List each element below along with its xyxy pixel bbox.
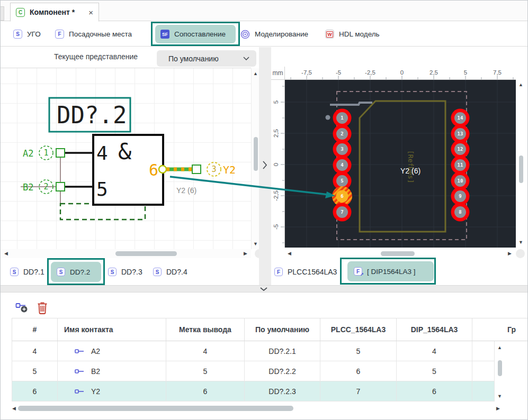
pin-y2-pad[interactable] [192, 165, 201, 174]
panel-splitter[interactable] [259, 47, 271, 285]
svg-text:5: 5 [273, 101, 279, 104]
col-group[interactable]: Гр [472, 318, 528, 341]
document-tab-component[interactable]: C Компонент * × [10, 3, 99, 22]
scroll-left-icon[interactable]: ◀ [12, 406, 16, 411]
col-pin-label[interactable]: Метка вывода [166, 318, 245, 341]
pin-a2-pad[interactable] [56, 149, 65, 157]
footprint-tab-dip-active[interactable]: F ➚ [ DIP1564LA3 ] [347, 261, 434, 281]
tab-hdl-label: HDL модель [339, 30, 380, 38]
delete-contact-icon[interactable] [37, 301, 48, 314]
right-h-scroll-thumb[interactable] [381, 251, 415, 256]
table-row-selected[interactable]: 6 Y2 6 DD?.2.3 7 6 [12, 381, 495, 401]
col-dip[interactable]: DIP_1564LA3 [397, 318, 472, 341]
pin-table-header: # Имя контакта Метка вывода По умолчанию… [12, 318, 528, 341]
net-label: Y2 (6) [176, 186, 196, 195]
previous-tab-stub[interactable] [1, 6, 4, 21]
scroll-left-icon[interactable]: ◀ [288, 251, 291, 256]
document-tab-bar: C Компонент * × [1, 1, 528, 21]
col-contact-name[interactable]: Имя контакта [58, 318, 166, 341]
scroll-right-icon[interactable]: ▶ [244, 251, 247, 256]
symbol-tab-dd3[interactable]: S DD?.3 [108, 264, 142, 280]
col-plcc[interactable]: PLCC_1564LA3 [320, 318, 397, 341]
chevron-down-icon [243, 57, 249, 60]
pad-column-left[interactable]: 1 2 3 4 5 6 7 [332, 109, 352, 222]
svg-text:9: 9 [459, 194, 461, 199]
pin1-dot [326, 115, 330, 120]
right-horizontal-scrollbar[interactable]: ◀ ▶ [285, 249, 516, 258]
tab-mapping[interactable]: SF Сопоставление [155, 25, 236, 43]
svg-text:2,5: 2,5 [273, 129, 279, 138]
footprint-tab-plcc[interactable]: F PLCC1564LA3 [274, 264, 337, 280]
arrow-up-right-icon: ➚ [360, 272, 364, 277]
pin-icon [75, 388, 84, 395]
left-v-scroll-thumb[interactable] [254, 137, 258, 171]
pin6-endpoint[interactable] [159, 166, 166, 173]
tab-hdl[interactable]: W HDL модель [325, 25, 380, 43]
mapping-icon: SF [160, 30, 169, 39]
scroll-down-icon[interactable]: ▼ [518, 240, 523, 245]
tab-mapping-label: Сопоставление [174, 30, 226, 38]
tab-ugo-label: УГО [27, 30, 41, 38]
scroll-corner-button[interactable] [516, 249, 525, 258]
table-vertical-scrollbar[interactable]: ▲ ▼ [495, 342, 504, 401]
hdl-icon: W [325, 30, 334, 39]
symbol-tab-dd1[interactable]: S DD?.1 [10, 264, 44, 280]
footprint-mapped-icon: F ➚ [354, 267, 362, 276]
view-dropdown[interactable]: По умолчанию [157, 50, 256, 67]
tab-footprints[interactable]: F Посадочные места [55, 25, 132, 43]
left-horizontal-scrollbar[interactable]: ◀ ▶ [1, 249, 251, 258]
svg-text:6: 6 [341, 194, 343, 199]
pad-tooltip: Y2 (6) [400, 167, 420, 175]
symbol-icon: S [10, 268, 19, 276]
svg-text:0: 0 [400, 69, 404, 76]
table-row[interactable]: 5 B2 5 DD?.2.2 6 5 [12, 361, 495, 381]
collapse-down-icon[interactable] [260, 287, 267, 291]
col-default[interactable]: По умолчанию [245, 318, 320, 341]
right-v-scroll-thumb[interactable] [519, 156, 523, 183]
footprint-canvas[interactable]: [RefDes] 1 2 3 4 5 6 7 14 13 12 11 10 9 [285, 80, 516, 248]
horizontal-ruler: -7,5 -5 -2,5 0 2,5 5 7,5 [285, 67, 516, 80]
scroll-right-icon[interactable]: ▶ [508, 251, 512, 256]
svg-text:1: 1 [341, 115, 343, 121]
svg-text:14: 14 [458, 115, 463, 121]
svg-text:7,5: 7,5 [493, 69, 502, 76]
component-editor-window: C Компонент * × S УГО F Посадочные места… [0, 0, 528, 420]
symbol-tab-dd4[interactable]: S DD?.4 [153, 264, 187, 280]
spiral-icon [240, 30, 250, 39]
scroll-up-icon[interactable]: ▲ [253, 71, 258, 76]
add-contact-icon[interactable] [15, 301, 28, 314]
designator-text: DD?.2 [57, 102, 127, 129]
table-v-scroll-thumb[interactable] [498, 360, 502, 376]
pin-y2-name: Y2 [223, 163, 236, 176]
scroll-up-icon[interactable]: ▲ [497, 345, 502, 350]
symbol-icon: S [13, 30, 22, 39]
scroll-left-icon[interactable]: ◀ [4, 251, 8, 256]
tab-simulation[interactable]: Моделирование [240, 25, 308, 43]
pin-table-body: 4 A2 4 DD?.2.1 5 4 5 B2 5 DD?.2.2 6 5 6 [12, 341, 495, 401]
left-h-scroll-thumb[interactable] [115, 251, 177, 256]
scroll-right-icon[interactable]: ▶ [496, 406, 500, 411]
left-vertical-scrollbar[interactable]: ▲ ▼ [251, 68, 259, 249]
table-h-scroll-thumb[interactable] [18, 406, 293, 411]
bottom-splitter[interactable] [1, 285, 528, 293]
table-horizontal-scrollbar[interactable]: ◀ ▶ [1, 404, 528, 413]
tab-simulation-label: Моделирование [255, 30, 308, 38]
table-row[interactable]: 4 A2 4 DD?.2.1 5 4 [12, 341, 495, 361]
view-dropdown-value: По умолчанию [168, 54, 219, 63]
right-vertical-scrollbar[interactable]: ▲ ▼ [517, 80, 525, 248]
col-number[interactable]: # [12, 318, 58, 341]
gate-pin5-number: 5 [96, 178, 108, 200]
table-toolbar [15, 301, 48, 314]
silkscreen-mark [330, 103, 372, 105]
scroll-down-icon[interactable]: ▼ [253, 242, 258, 246]
scroll-down-icon[interactable]: ▼ [497, 394, 502, 399]
pin-b2-pad[interactable] [56, 182, 65, 191]
symbol-tab-dd2-active[interactable]: S DD?.2 [51, 262, 101, 282]
pin-icon [75, 368, 84, 375]
svg-text:-7,5: -7,5 [301, 69, 312, 76]
schematic-canvas[interactable]: & 4 5 DD?.2 A2 1 B2 2 6 3 Y2 [1, 68, 251, 249]
scroll-up-icon[interactable]: ▲ [518, 83, 523, 87]
tab-ugo[interactable]: S УГО [13, 25, 41, 43]
collapse-right-icon[interactable] [263, 161, 267, 169]
close-icon[interactable]: × [88, 8, 93, 17]
